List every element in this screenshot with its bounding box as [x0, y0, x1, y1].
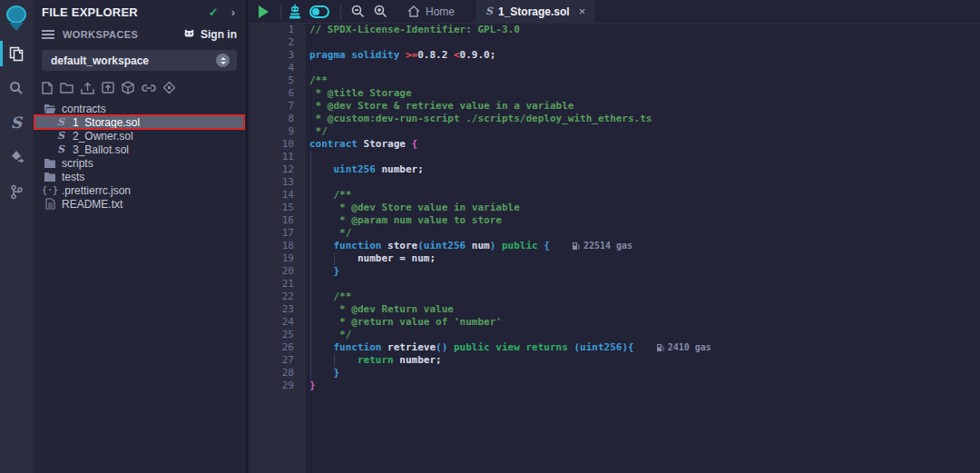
code-line-24: * @return value of 'number' [306, 316, 980, 329]
line-number: 9 [250, 125, 306, 138]
new-file-icon[interactable] [42, 82, 53, 94]
folder-icon [44, 158, 56, 169]
code-line-11 [306, 151, 980, 163]
import-url-icon[interactable] [142, 83, 156, 94]
tree-item-scripts[interactable]: scripts [34, 156, 244, 170]
line-number: 14 [250, 189, 306, 202]
solidity-icon: S [54, 130, 67, 142]
indent-guide [334, 354, 335, 367]
upload-folder-icon[interactable] [102, 82, 114, 94]
tree-item-label: README.txt [62, 198, 122, 211]
solidity-file-icon: S [485, 5, 493, 17]
activity-bar: S [0, 0, 33, 473]
file-toolbar [33, 71, 246, 100]
code-line-17: */ [306, 227, 980, 240]
workspace-actions-icon[interactable] [163, 82, 175, 94]
line-number: 16 [250, 214, 306, 227]
code-line-9: */ [306, 125, 980, 138]
line-number: 28 [250, 367, 306, 379]
tree-item-2-owner-sol[interactable]: S2_Owner.sol [34, 129, 244, 143]
code-line-5: /** [306, 74, 980, 87]
code-line-28: } [306, 367, 980, 379]
folder-icon [44, 172, 56, 182]
line-number: 5 [250, 74, 306, 87]
gas-estimate-badge: 2410 gas [656, 341, 711, 354]
code-line-10: contract Storage { [306, 138, 980, 151]
folder-open-icon [44, 103, 56, 114]
sign-in-button[interactable]: Sign in [182, 28, 237, 41]
line-number: 11 [250, 151, 306, 163]
line-number: 19 [250, 252, 306, 265]
expand-chevron-icon[interactable]: › [231, 5, 235, 19]
json-icon: {·} [44, 185, 56, 195]
tree-item-label: 1_Storage.sol [73, 116, 140, 129]
workspace-select[interactable]: default_workspace [42, 50, 237, 71]
tab-home[interactable]: Home [398, 0, 464, 24]
tree-item-readme-txt[interactable]: README.txt [34, 197, 244, 211]
line-number: 15 [250, 202, 306, 214]
git-icon[interactable] [0, 174, 33, 209]
new-folder-icon[interactable] [60, 82, 74, 94]
file-explorer-panel: FILE EXPLORER ✓ › WORKSPACES Sign in def… [33, 0, 248, 473]
tree-item-label: tests [62, 171, 84, 183]
github-icon [182, 29, 196, 41]
panel-title: FILE EXPLORER [42, 5, 209, 19]
upload-file-icon[interactable] [81, 82, 94, 94]
zoom-in-icon[interactable] [374, 0, 387, 24]
file-tree: contractsS1_Storage.solS2_Owner.solS3_Ba… [33, 100, 246, 211]
line-number: 6 [250, 87, 306, 100]
line-number-gutter: 1234567891011121314151617181920212223242… [250, 24, 306, 473]
line-number: 10 [250, 138, 306, 151]
code-line-18: function store(uint256 num) public {2251… [306, 240, 980, 252]
tab-close-icon[interactable]: × [579, 5, 586, 18]
remix-logo-icon[interactable] [0, 0, 33, 36]
run-script-button[interactable] [259, 0, 269, 24]
solidity-icon: S [54, 116, 67, 128]
code-line-25: */ [306, 329, 980, 341]
zoom-out-icon[interactable] [351, 0, 365, 24]
home-icon [407, 5, 420, 17]
workspaces-menu-icon[interactable] [42, 30, 54, 39]
tab-1-storage-sol[interactable]: S 1_Storage.sol × [476, 0, 594, 24]
tree-item-contracts[interactable]: contracts [34, 102, 244, 115]
line-number: 8 [250, 113, 306, 125]
ai-copilot-toggle[interactable] [309, 5, 329, 18]
tree-item-tests[interactable]: tests [34, 170, 244, 183]
file-explorer-icon[interactable] [0, 36, 33, 71]
line-number: 4 [250, 62, 306, 74]
line-number: 23 [250, 303, 306, 316]
tree-item--prettierrc-json[interactable]: {·}.prettierrc.json [34, 183, 244, 197]
editor-region: Home S 1_Storage.sol × 12345678910111213… [250, 0, 980, 473]
line-number: 24 [250, 316, 306, 329]
solidity-icon: S [54, 143, 67, 155]
code-editor[interactable]: // SPDX-License-Identifier: GPL-3.0pragm… [306, 24, 980, 473]
tree-item-label: 3_Ballot.sol [73, 143, 129, 156]
line-number: 26 [250, 341, 306, 354]
code-line-20: } [306, 265, 980, 278]
code-line-22: /** [306, 291, 980, 303]
line-number: 21 [250, 278, 306, 291]
line-number: 20 [250, 265, 306, 278]
tree-item-3-ballot-sol[interactable]: S3_Ballot.sol [34, 143, 244, 156]
code-line-8: * @custom:dev-run-script ./scripts/deplo… [306, 113, 980, 125]
tree-item-1-storage-sol[interactable]: S1_Storage.sol [34, 115, 244, 129]
deploy-run-icon[interactable] [0, 140, 33, 174]
line-number: 7 [250, 100, 306, 113]
line-number: 25 [250, 329, 306, 341]
line-number: 18 [250, 240, 306, 252]
remix-ai-icon[interactable] [288, 0, 302, 24]
code-line-13 [306, 176, 980, 189]
workspace-selected-value: default_workspace [51, 54, 216, 67]
solidity-compiler-icon[interactable]: S [0, 105, 33, 140]
code-line-16: * @param num value to store [306, 214, 980, 227]
code-line-6: * @title Storage [306, 87, 980, 100]
line-number: 12 [250, 163, 306, 176]
tree-item-label: contracts [62, 103, 106, 115]
code-line-7: * @dev Store & retrieve value in a varia… [306, 100, 980, 113]
line-number: 17 [250, 227, 306, 240]
line-number: 1 [250, 24, 306, 36]
search-icon[interactable] [0, 71, 33, 105]
import-ipfs-icon[interactable] [122, 81, 134, 94]
accept-check-icon[interactable]: ✓ [209, 5, 219, 19]
tree-item-label: scripts [62, 157, 93, 170]
